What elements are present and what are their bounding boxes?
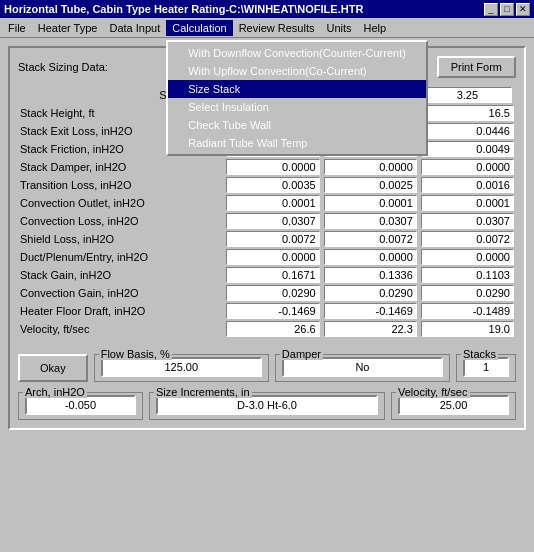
row-label: Convection Loss, inH2O <box>18 212 224 230</box>
print-form-button[interactable]: Print Form <box>437 56 516 78</box>
dropdown-size-stack[interactable]: Size Stack <box>168 80 426 98</box>
table-row: Heater Floor Draft, inH2O-0.1469-0.1469-… <box>18 302 516 320</box>
cell-value: 22.3 <box>324 321 417 337</box>
data-cell: -0.1469 <box>322 302 419 320</box>
stacks-label: Stacks <box>461 348 498 360</box>
data-cell: 0.0307 <box>224 212 321 230</box>
cell-value: 0.0307 <box>324 213 417 229</box>
dropdown-upflow[interactable]: With Upflow Convection(Co-Current) <box>168 62 426 80</box>
data-cell: 0.0072 <box>224 230 321 248</box>
cell-value: 0.0000 <box>226 159 319 175</box>
arch-value[interactable]: -0.050 <box>25 395 136 415</box>
cell-value: 0.0016 <box>421 177 514 193</box>
table-row: Velocity, ft/sec26.622.319.0 <box>18 320 516 338</box>
table-row: Convection Outlet, inH2O0.00010.00010.00… <box>18 194 516 212</box>
data-cell: 0.0035 <box>224 176 321 194</box>
table-row: Shield Loss, inH2O0.00720.00720.0072 <box>18 230 516 248</box>
data-cell: 0.0001 <box>419 194 516 212</box>
menu-calculation[interactable]: Calculation With Downflow Convection(Cou… <box>166 20 232 36</box>
cell-value: -0.1469 <box>226 303 319 319</box>
data-cell: 0.0307 <box>419 212 516 230</box>
damper-label: Damper <box>280 348 323 360</box>
data-cell: 0.0049 <box>419 140 516 158</box>
cell-value: 0.0072 <box>324 231 417 247</box>
row-label: Shield Loss, inH2O <box>18 230 224 248</box>
row-label: Duct/Plenum/Entry, inH2O <box>18 248 224 266</box>
damper-group: Damper No <box>275 354 450 382</box>
data-cell: 0.0000 <box>322 248 419 266</box>
flow-basis-value[interactable]: 125.00 <box>101 357 262 377</box>
table-row: Convection Loss, inH2O0.03070.03070.0307 <box>18 212 516 230</box>
dropdown-select-insulation[interactable]: Select Insulation <box>168 98 426 116</box>
cell-value: 0.0001 <box>421 195 514 211</box>
close-button[interactable]: ✕ <box>516 3 530 16</box>
cell-value: 0.0290 <box>226 285 319 301</box>
size-inc-label: Size Increments, in <box>154 386 252 398</box>
data-cell: 0.0000 <box>224 158 321 176</box>
calculation-dropdown: With Downflow Convection(Counter-Current… <box>166 40 428 156</box>
menu-bar: File Heater Type Data Input Calculation … <box>0 18 534 38</box>
bottom-controls-row2: Arch, inH2O -0.050 Size Increments, in D… <box>18 392 516 420</box>
cell-value: 19.0 <box>421 321 514 337</box>
menu-units[interactable]: Units <box>320 20 357 36</box>
dropdown-radiant-tube[interactable]: Radiant Tube Wall Temp <box>168 134 426 152</box>
menu-review-results[interactable]: Review Results <box>233 20 321 36</box>
data-cell: 22.3 <box>322 320 419 338</box>
velocity-value[interactable]: 25.00 <box>398 395 509 415</box>
cell-value: 16.5 <box>421 105 514 121</box>
cell-value: -0.1469 <box>324 303 417 319</box>
dropdown-check-tube-wall[interactable]: Check Tube Wall <box>168 116 426 134</box>
data-cell: 16.5 <box>419 104 516 122</box>
maximize-button[interactable]: □ <box>500 3 514 16</box>
menu-help[interactable]: Help <box>358 20 393 36</box>
cell-value: 0.0307 <box>421 213 514 229</box>
table-row: Stack Gain, inH2O0.16710.13360.1103 <box>18 266 516 284</box>
cell-value: 0.0000 <box>421 159 514 175</box>
cell-value: 26.6 <box>226 321 319 337</box>
stacks-value[interactable]: 1 <box>463 357 509 377</box>
flow-basis-group: Flow Basis, % 125.00 <box>94 354 269 382</box>
cell-value: 0.0072 <box>421 231 514 247</box>
data-cell: 0.0290 <box>419 284 516 302</box>
data-cell: 0.0307 <box>322 212 419 230</box>
cell-value: 0.0001 <box>226 195 319 211</box>
data-cell: 0.0000 <box>322 158 419 176</box>
cell-value: 0.1336 <box>324 267 417 283</box>
data-cell: -0.1489 <box>419 302 516 320</box>
data-cell: 0.1671 <box>224 266 321 284</box>
data-cell: 0.1103 <box>419 266 516 284</box>
title-bar: Horizontal Tube, Cabin Type Heater Ratin… <box>0 0 534 18</box>
minimize-button[interactable]: _ <box>484 3 498 16</box>
data-cell: 0.0001 <box>224 194 321 212</box>
data-cell: 26.6 <box>224 320 321 338</box>
size-inc-group: Size Increments, in D-3.0 Ht-6.0 <box>149 392 385 420</box>
cell-value: 0.0290 <box>421 285 514 301</box>
data-cell: 0.0025 <box>322 176 419 194</box>
cell-value: 0.0025 <box>324 177 417 193</box>
window-controls[interactable]: _ □ ✕ <box>484 3 530 16</box>
data-cell: 0.1336 <box>322 266 419 284</box>
cell-value: 0.0000 <box>421 249 514 265</box>
cell-value: 0.1671 <box>226 267 319 283</box>
data-cell: 0.0000 <box>419 158 516 176</box>
bottom-controls-row1: Okay Flow Basis, % 125.00 Damper No Stac… <box>18 346 516 382</box>
cell-value: 0.0446 <box>421 123 514 139</box>
dropdown-downflow[interactable]: With Downflow Convection(Counter-Current… <box>168 44 426 62</box>
row-label: Heater Floor Draft, inH2O <box>18 302 224 320</box>
data-cell: 19.0 <box>419 320 516 338</box>
stacks-group: Stacks 1 <box>456 354 516 382</box>
data-cell: 0.0072 <box>419 230 516 248</box>
menu-file[interactable]: File <box>2 20 32 36</box>
menu-heater-type[interactable]: Heater Type <box>32 20 104 36</box>
damper-value[interactable]: No <box>282 357 443 377</box>
okay-button[interactable]: Okay <box>18 354 88 382</box>
menu-data-input[interactable]: Data Input <box>103 20 166 36</box>
row-label: Velocity, ft/sec <box>18 320 224 338</box>
arch-label: Arch, inH2O <box>23 386 87 398</box>
cell-value: 0.1103 <box>421 267 514 283</box>
size-inc-value[interactable]: D-3.0 Ht-6.0 <box>156 395 378 415</box>
row-label: Stack Gain, inH2O <box>18 266 224 284</box>
flow-basis-label: Flow Basis, % <box>99 348 172 360</box>
table-row: Transition Loss, inH2O0.00350.00250.0016 <box>18 176 516 194</box>
velocity-label: Velocity, ft/sec <box>396 386 470 398</box>
